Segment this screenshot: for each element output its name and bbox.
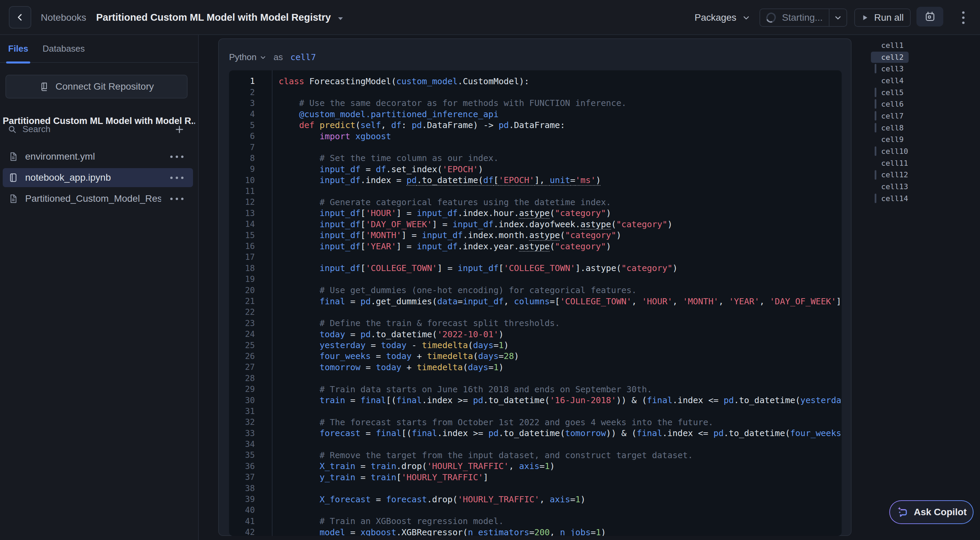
outline-item-cell14[interactable]: cell14: [870, 192, 980, 205]
outline-item-cell13[interactable]: cell13: [870, 181, 980, 192]
file-options-button[interactable]: [170, 176, 183, 179]
outline-item-label: cell5: [881, 88, 904, 97]
outline-marker-bar: [875, 123, 877, 132]
connect-git-button[interactable]: Connect Git Repository: [5, 75, 188, 98]
code-text: # Train an XGBoost regression model.: [272, 516, 504, 526]
outline-item-cell2[interactable]: cell2: [870, 51, 980, 63]
back-button[interactable]: [9, 6, 31, 29]
runtime-status-button[interactable]: Starting...: [759, 8, 847, 27]
packages-dropdown[interactable]: Packages: [695, 0, 751, 35]
outline-marker-bar: [875, 87, 877, 97]
line-number: 36: [229, 462, 272, 471]
tab-databases[interactable]: Databases: [43, 35, 84, 62]
code-text: # Use get_dummies (one-hot encoding) for…: [272, 285, 637, 295]
file-list: environment.ymlnotebook_app.ipynbPartiti…: [3, 147, 193, 210]
code-line: 41 # Train an XGBoost regression model.: [229, 516, 842, 527]
code-text: train = final[(final.index >= pd.to_date…: [272, 395, 842, 405]
line-number: 40: [229, 505, 272, 515]
line-number: 13: [229, 208, 272, 218]
add-file-button[interactable]: [173, 122, 186, 136]
line-number: 42: [229, 527, 272, 536]
code-editor[interactable]: 1class ForecastingModel(custom_model.Cus…: [229, 70, 842, 536]
page-bottom-strip: [199, 536, 980, 540]
line-number: 35: [229, 450, 272, 460]
search-input[interactable]: Search: [8, 124, 50, 135]
outline-item-cell10[interactable]: cell10: [870, 145, 980, 157]
document-file-icon: [8, 151, 18, 162]
breadcrumb[interactable]: Notebooks: [41, 0, 86, 35]
code-line: 19: [229, 274, 842, 284]
code-text: today = pd.to_datetime('2022-10-01'): [272, 329, 504, 339]
line-number: 21: [229, 297, 272, 306]
tab-files[interactable]: Files: [8, 35, 28, 62]
code-line: 3 # Use the same decorator as for method…: [229, 98, 842, 109]
cell-language-label: Python: [229, 52, 256, 62]
outline-item-label: cell3: [881, 65, 904, 73]
code-line: 38: [229, 483, 842, 494]
outline-item-cell8[interactable]: cell8: [870, 122, 980, 134]
code-line: 28: [229, 373, 842, 384]
file-options-button[interactable]: [170, 156, 183, 158]
outline-item-label: cell7: [881, 112, 904, 120]
outline-item-cell7[interactable]: cell7: [870, 110, 980, 122]
code-line: 9 input_df = df.set_index('EPOCH'): [229, 164, 842, 175]
line-number: 4: [229, 110, 272, 119]
outline-item-label: cell13: [881, 183, 908, 191]
code-line: 26 four_weeks = today + timedelta(days=2…: [229, 351, 842, 362]
outline-item-cell3[interactable]: cell3: [870, 63, 980, 75]
file-name: environment.yml: [25, 151, 95, 162]
cell-language-dropdown[interactable]: Python: [229, 52, 267, 62]
outline-marker-bar: [875, 170, 877, 179]
code-line: 13 input_df['HOUR'] = input_df.index.hou…: [229, 208, 842, 219]
caret-down-icon: [337, 16, 344, 21]
code-line: 34: [229, 439, 842, 449]
file-options-button[interactable]: [170, 198, 183, 200]
outline-marker-bar: [875, 194, 877, 203]
outline-item-cell11[interactable]: cell11: [870, 157, 980, 169]
top-bar: Notebooks Partitioned Custom ML Model wi…: [0, 0, 980, 35]
outline-item-cell9[interactable]: cell9: [870, 134, 980, 146]
chevron-down-icon: [742, 13, 751, 22]
code-text: input_df = df.set_index('EPOCH'): [272, 164, 483, 174]
file-row[interactable]: Partitioned_Custom_Model_Resta...: [3, 189, 193, 208]
line-number: 20: [229, 286, 272, 295]
chevron-down-icon[interactable]: [829, 13, 846, 22]
repository-icon: [39, 81, 49, 92]
ask-copilot-button[interactable]: Ask Copilot: [889, 500, 974, 524]
line-number: 27: [229, 362, 272, 372]
outline-item-label: cell1: [881, 41, 904, 49]
code-line: 14 input_df['DAY_OF_WEEK'] = input_df.in…: [229, 219, 842, 230]
page-title[interactable]: Partitioned Custom ML Model with Model R…: [96, 0, 344, 35]
outline-item-cell12[interactable]: cell12: [870, 169, 980, 181]
code-line: 17: [229, 252, 842, 262]
outline-item-cell1[interactable]: cell1: [870, 40, 980, 51]
ask-copilot-label: Ask Copilot: [914, 507, 967, 518]
code-text: X_forecast = forecast.drop('HOURLY_TRAFF…: [272, 494, 585, 504]
line-number: 22: [229, 307, 272, 317]
schedule-button[interactable]: [916, 7, 943, 27]
code-text: # Set the time column as our index.: [272, 153, 498, 163]
run-all-button[interactable]: Run all: [854, 8, 911, 27]
kebab-menu-icon: [962, 10, 965, 25]
line-number: 8: [229, 154, 272, 163]
code-line: 4 @custom_model.partitioned_inference_ap…: [229, 109, 842, 119]
code-text: input_df['YEAR'] = input_df.index.year.a…: [272, 241, 611, 251]
code-line: 24 today = pd.to_datetime('2022-10-01'): [229, 329, 842, 340]
breadcrumb-label: Notebooks: [41, 12, 86, 23]
outline-item-cell6[interactable]: cell6: [870, 98, 980, 110]
line-number: 15: [229, 230, 272, 240]
code-line: 32 # The forecast starts from October 1s…: [229, 417, 842, 427]
line-number: 29: [229, 384, 272, 394]
outline-item-cell5[interactable]: cell5: [870, 87, 980, 98]
code-text: # Use the same decorator as for methods …: [272, 98, 627, 108]
sidebar-tabs: Files Databases: [0, 35, 198, 63]
file-row[interactable]: notebook_app.ipynb: [3, 168, 193, 187]
code-text: input_df['DAY_OF_WEEK'] = input_df.index…: [272, 219, 673, 229]
plus-icon: [174, 124, 185, 135]
file-row[interactable]: environment.yml: [3, 147, 193, 166]
connect-git-label: Connect Git Repository: [56, 81, 154, 92]
tab-files-label: Files: [8, 43, 28, 54]
more-options-button[interactable]: [956, 0, 970, 35]
cell-name[interactable]: cell7: [290, 52, 316, 62]
outline-item-cell4[interactable]: cell4: [870, 75, 980, 87]
